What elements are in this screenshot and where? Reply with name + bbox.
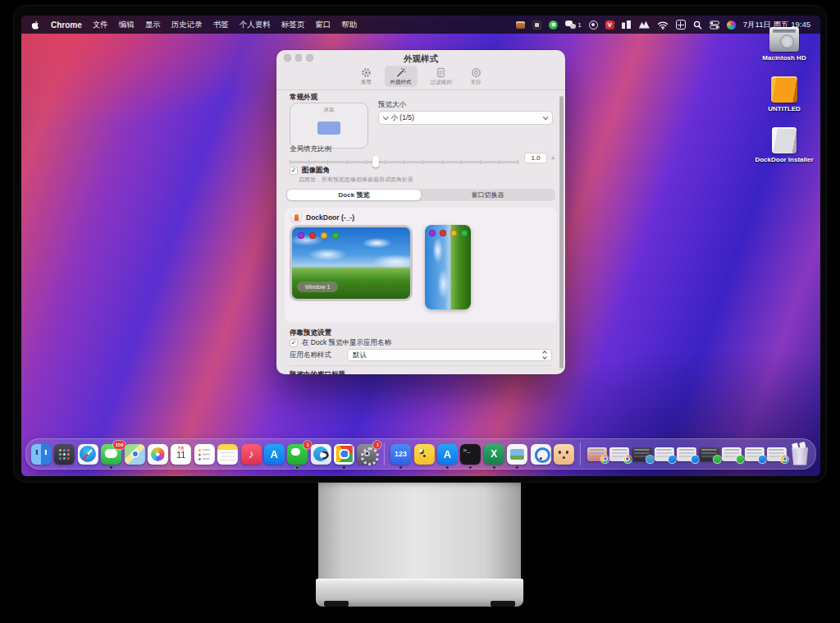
green-status-icon[interactable] — [549, 21, 558, 30]
preview-size-select[interactable]: 小 (1/5) — [378, 111, 553, 125]
desktop-icon-dockdoor-installer[interactable]: DockDoor Installer — [753, 127, 815, 164]
tab-filter-rules[interactable]: 过滤规则 — [425, 66, 458, 87]
vpn-v-icon[interactable]: V — [605, 21, 614, 30]
traffic-dot-green[interactable] — [461, 230, 468, 236]
minimized-window[interactable] — [609, 447, 629, 461]
show-app-name-checkbox[interactable]: ✓ — [290, 339, 298, 347]
menu-history[interactable]: 历史记录 — [171, 20, 203, 30]
dock-app-store-alt[interactable]: A — [437, 444, 458, 465]
dock-duck-app[interactable] — [414, 444, 435, 465]
dock-music[interactable]: ♪ — [240, 444, 261, 465]
minimized-window[interactable] — [700, 447, 719, 461]
dock-notes[interactable] — [217, 444, 238, 465]
spotlight-icon[interactable] — [693, 21, 702, 30]
show-app-name-label[interactable]: 在 Dock 预览中显示应用名称 — [302, 338, 391, 348]
control-center-icon[interactable] — [710, 21, 719, 30]
coin-icon[interactable] — [589, 21, 598, 30]
dock-launchpad[interactable] — [54, 444, 75, 465]
fill-scale-value-field[interactable]: 1.0 — [524, 153, 547, 163]
menu-help[interactable]: 帮助 — [341, 20, 357, 30]
minimized-window[interactable] — [677, 447, 696, 461]
dock-quicklook[interactable] — [530, 444, 550, 465]
traffic-dot-green[interactable] — [332, 232, 339, 239]
wechat-menu-badge: 1 — [578, 21, 581, 29]
screen-position-preview[interactable]: 屏幕 — [290, 103, 368, 149]
traffic-dot-purple[interactable] — [429, 230, 436, 236]
menu-tabs[interactable]: 标签页 — [281, 20, 305, 30]
tab-appearance[interactable]: 外观样式 — [385, 66, 418, 87]
wifi-icon[interactable] — [657, 21, 669, 30]
desktop-icon-untitled[interactable]: UNTITLED — [753, 76, 815, 113]
tab-window-switcher[interactable]: 窗口切换器 — [421, 190, 555, 200]
traffic-dot-red[interactable] — [440, 230, 446, 236]
slider-track[interactable] — [290, 161, 519, 163]
dock-messages[interactable]: 150 — [101, 444, 121, 465]
window-titlebar[interactable]: 外观样式 — [276, 50, 565, 65]
dock-123-app[interactable]: 123 — [390, 444, 411, 465]
wechat-menu-icon[interactable]: 1 — [565, 21, 581, 29]
dock-terminal[interactable]: >_ — [460, 444, 481, 465]
minimized-window[interactable] — [587, 447, 607, 461]
traffic-dot-red[interactable] — [309, 232, 316, 239]
siri-icon[interactable] — [727, 21, 736, 30]
preview-size-value: 小 (1/5) — [391, 113, 414, 123]
dock-chrome[interactable] — [334, 444, 354, 465]
dock-safari[interactable] — [78, 444, 98, 465]
menu-bar: Chrome 文件 编辑 显示 历史记录 书签 个人资料 标签页 窗口 帮助 1 — [21, 16, 820, 34]
minimized-window[interactable] — [744, 447, 764, 461]
rounded-corners-description: 启用后，所有预览图像都将被裁剪成圆角矩形 — [299, 176, 413, 184]
dock-image-viewer[interactable] — [507, 444, 527, 465]
dark-app-icon[interactable] — [532, 21, 541, 30]
name-style-select[interactable]: 默认 — [347, 349, 552, 361]
window-scrollbar[interactable] — [559, 96, 564, 369]
dock-telegram[interactable] — [311, 444, 331, 465]
dock-reminders[interactable] — [194, 444, 215, 465]
dock-face-app[interactable] — [554, 444, 574, 465]
minimized-window[interactable] — [722, 447, 742, 461]
dock-wechat[interactable]: 1 — [287, 444, 308, 465]
input-method-icon[interactable] — [676, 20, 686, 30]
traffic-dot-yellow[interactable] — [450, 230, 457, 236]
desktop-icons: Macintosh HD UNTITLED DockDoor Installer — [753, 27, 815, 163]
traffic-dot-yellow[interactable] — [321, 232, 327, 239]
dock-trash[interactable] — [789, 443, 810, 465]
clear-value-icon[interactable]: × — [551, 154, 555, 162]
menu-window[interactable]: 窗口 — [315, 20, 331, 30]
traffic-dot-purple[interactable] — [298, 232, 304, 239]
dock-separator — [580, 442, 581, 465]
dock-app-store[interactable]: A — [264, 444, 285, 465]
active-app-name[interactable]: Chrome — [51, 21, 82, 30]
calendar-day: 11 — [171, 451, 191, 460]
minimized-window[interactable] — [655, 447, 674, 461]
dock-photos[interactable] — [148, 444, 168, 465]
stand-base — [316, 579, 523, 607]
dock-maps[interactable] — [124, 444, 144, 465]
desktop-icon-macintosh-hd[interactable]: Macintosh HD — [753, 27, 815, 62]
apple-menu-icon[interactable] — [31, 20, 40, 30]
tab-general[interactable]: 通用 — [355, 66, 377, 87]
wallet-icon[interactable] — [516, 21, 525, 29]
window-title: 外观样式 — [276, 53, 565, 65]
tab-dock-preview[interactable]: Dock 预览 — [287, 190, 421, 200]
window-preview-thumbnail-1[interactable]: Window 1 — [290, 225, 413, 301]
name-style-label: 应用名称样式 — [290, 350, 331, 360]
buildings-icon[interactable] — [622, 21, 632, 29]
mountains-icon[interactable] — [639, 21, 650, 29]
rounded-corners-label[interactable]: 图像圆角 — [302, 166, 330, 176]
tab-support[interactable]: 支持 — [465, 66, 487, 87]
menu-bookmarks[interactable]: 书签 — [213, 20, 229, 30]
menu-edit[interactable]: 编辑 — [119, 20, 135, 30]
menu-view[interactable]: 显示 — [145, 20, 161, 30]
dock-system-settings[interactable]: 1 — [357, 444, 377, 465]
menu-file[interactable]: 文件 — [93, 20, 108, 30]
rounded-corners-checkbox[interactable]: ✓ — [290, 167, 298, 175]
slider-knob[interactable] — [372, 156, 379, 167]
dock-calendar[interactable]: 7月11 — [171, 444, 191, 465]
dock-excel[interactable]: X — [484, 444, 504, 465]
minimized-window[interactable] — [767, 447, 787, 461]
menu-profiles[interactable]: 个人资料 — [240, 20, 271, 30]
minimized-window[interactable] — [632, 447, 651, 461]
preview-app-header: DockDoor (-_-) — [291, 213, 354, 222]
dock-finder[interactable] — [31, 444, 52, 465]
window-preview-thumbnail-2[interactable] — [425, 225, 471, 309]
